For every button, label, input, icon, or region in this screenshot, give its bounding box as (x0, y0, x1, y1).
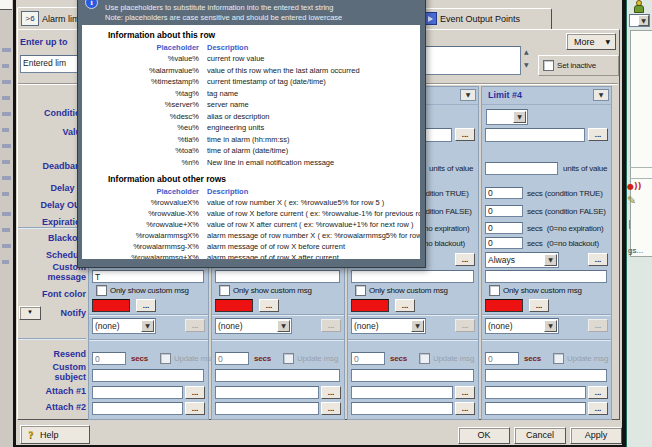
placeholder-row: %tia%time in alarm (hh:mm:ss) (82, 134, 420, 146)
notify-label: Notify (44, 309, 86, 319)
pencil-icon[interactable]: ✎ (627, 195, 636, 206)
font-color-browse-button[interactable]: ... (395, 299, 415, 312)
custom-subject-input[interactable] (215, 369, 340, 382)
attach1-browse-button[interactable]: ... (185, 386, 205, 399)
schedule-browse-button[interactable]: ... (588, 253, 608, 266)
attach2-input[interactable] (351, 402, 453, 415)
chevron-down-icon: ▼ (544, 254, 557, 266)
attach2-browse-button[interactable]: ... (588, 402, 608, 415)
only-custom-msg-checkbox[interactable] (355, 285, 366, 296)
attach2-input[interactable] (215, 402, 319, 415)
sound-alert-icon[interactable]: ●)) (627, 183, 641, 191)
only-custom-msg-checkbox[interactable] (96, 285, 107, 296)
delay-in-label: Delay IN (16, 184, 86, 194)
value-browse-button[interactable]: ... (588, 128, 608, 141)
notify-select[interactable]: (none)▼ (92, 318, 156, 334)
delay-out-input[interactable] (485, 205, 523, 217)
notify-browse-button: ... (185, 319, 205, 332)
schedule-browse-button[interactable]: ... (455, 253, 475, 266)
custom-message-input[interactable] (485, 270, 607, 283)
tooltip-section-this-title: Information about this row (108, 30, 420, 41)
screen: ▼ ●)) ✎ gs... >6 Alarm limits Event Outp… (0, 0, 652, 447)
placeholder-row: %rowalarmmsgX%alarm message of row numbe… (82, 230, 420, 241)
notify-section-toggle[interactable]: ▼ (19, 306, 41, 320)
chevron-down-icon: ▼ (513, 111, 526, 123)
notify-select[interactable]: (none)▼ (485, 318, 559, 334)
resend-input[interactable] (351, 352, 385, 365)
custom-message-input[interactable] (215, 270, 340, 283)
attach2-browse-button[interactable]: ... (185, 402, 205, 415)
attach2-browse-button[interactable]: ... (321, 402, 341, 415)
update-msg-label: Update msg (433, 354, 474, 363)
placeholder-row: %server%server name (82, 99, 420, 111)
placeholder-row: %rowvalueX%value of row number X ( ex: %… (82, 197, 420, 208)
only-custom-msg-checkbox[interactable] (219, 285, 230, 296)
attach2-input[interactable] (485, 402, 586, 415)
attach1-input[interactable] (215, 386, 319, 399)
help-icon: ? (25, 428, 37, 441)
background-window-left (0, 0, 13, 447)
custom-subject-input[interactable] (92, 369, 204, 382)
custom-message-label: Custom message (16, 263, 86, 282)
chevron-down-icon: ▼ (27, 309, 33, 315)
tooltip-table-header: Placeholder Description (82, 186, 420, 197)
section-divider (89, 314, 208, 316)
font-color-browse-button[interactable]: ... (259, 299, 279, 312)
delay-in-input[interactable] (485, 187, 523, 199)
only-custom-msg-checkbox[interactable] (489, 285, 500, 296)
limit-header-dropdown[interactable]: ▼ (460, 89, 476, 101)
font-color-browse-button[interactable]: ... (529, 299, 549, 312)
placeholder-row: %rowvalue+X%value of row X after current… (82, 219, 420, 230)
font-color-browse-button[interactable]: ... (136, 299, 156, 312)
info-icon: i (85, 0, 98, 9)
help-button[interactable]: ? Help (20, 425, 90, 444)
deadband-input[interactable] (485, 162, 558, 175)
custom-subject-input[interactable] (351, 369, 474, 382)
notify-select[interactable]: (none)▼ (351, 318, 426, 334)
limit-header-dropdown[interactable]: ▼ (593, 89, 609, 101)
background-dropdown[interactable]: ▼ (629, 14, 650, 27)
font-color-swatch[interactable] (92, 299, 130, 312)
expiration-input[interactable] (485, 222, 523, 234)
value-input[interactable] (485, 128, 585, 142)
font-color-swatch[interactable] (485, 299, 523, 312)
condition-label: Condition (16, 109, 86, 119)
tooltip-intro-line1: Use placeholders to substitute informati… (105, 3, 333, 12)
font-color-swatch[interactable] (215, 299, 253, 312)
attach1-browse-button[interactable]: ... (455, 386, 475, 399)
more-button[interactable]: More ▼ (566, 33, 616, 50)
chevron-down-icon: ▼ (605, 35, 610, 49)
value-browse-button[interactable]: ... (455, 128, 475, 141)
blackout-input[interactable] (485, 237, 523, 249)
attach2-input[interactable] (92, 402, 183, 415)
scroll-up-icon[interactable]: ▲ (524, 49, 529, 55)
notify-select[interactable]: (none)▼ (215, 318, 292, 334)
custom-message-input[interactable] (351, 270, 474, 283)
attach2-browse-button[interactable]: ... (455, 402, 475, 415)
attach1-browse-button[interactable]: ... (321, 386, 341, 399)
attach1-input[interactable] (351, 386, 453, 399)
placeholder-row: %value%current row value (82, 53, 420, 65)
cancel-button[interactable]: Cancel (514, 427, 566, 444)
condition-select[interactable]: ▼ (486, 109, 528, 125)
background-panel (630, 30, 652, 257)
schedule-select[interactable]: Always▼ (485, 252, 559, 268)
resend-input[interactable] (92, 352, 126, 365)
resend-input[interactable] (485, 352, 519, 365)
update-msg-label: Update msg (297, 354, 338, 363)
attach1-browse-button[interactable]: ... (588, 386, 608, 399)
custom-subject-input[interactable] (485, 369, 607, 382)
chevron-down-icon: ▼ (141, 320, 154, 332)
set-inactive-checkbox[interactable] (543, 60, 554, 71)
custom-message-input[interactable] (92, 270, 204, 283)
ok-button[interactable]: OK (458, 427, 510, 444)
alarm-limits-icon: >6 (21, 11, 39, 26)
font-color-swatch[interactable] (351, 299, 389, 312)
apply-button[interactable]: Apply (570, 427, 622, 444)
attach1-input[interactable] (92, 386, 183, 399)
resend-input[interactable] (215, 352, 249, 365)
divider (629, 220, 630, 229)
attach1-input[interactable] (485, 386, 586, 399)
scroll-down-icon[interactable]: ▼ (524, 62, 529, 68)
only-custom-msg-label: Only show custom msg (233, 286, 312, 295)
